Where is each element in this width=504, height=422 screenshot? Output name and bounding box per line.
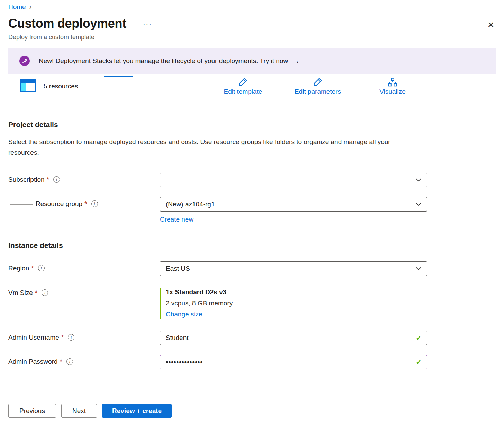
edit-parameters-button[interactable]: Edit parameters (295, 77, 341, 96)
project-details-description: Select the subscription to manage deploy… (8, 136, 410, 158)
vm-size-row: Vm Size * i 1x Standard D2s v3 2 vcpus, … (8, 288, 496, 319)
region-row: Region * i East US (8, 261, 496, 276)
edit-parameters-label: Edit parameters (295, 88, 341, 95)
required-marker: * (60, 358, 62, 366)
admin-password-label-group: Admin Password * i (8, 355, 160, 366)
region-dropdown[interactable]: East US (160, 261, 427, 276)
region-label: Region (8, 264, 29, 272)
resource-group-dropdown[interactable]: (New) az104-rg1 (160, 197, 427, 212)
info-icon[interactable]: i (91, 200, 98, 207)
project-details-heading: Project details (8, 120, 496, 129)
breadcrumb-home-link[interactable]: Home (8, 3, 26, 11)
vm-size-label-group: Vm Size * i (8, 288, 160, 297)
title-row: Custom deployment ··· (8, 16, 496, 31)
visualize-button[interactable]: Visualize (379, 77, 406, 96)
resources-count: 5 resources (44, 82, 78, 90)
template-bar: 5 resources Edit template Edit parameter… (8, 76, 496, 102)
template-icon (20, 79, 36, 93)
page-title: Custom deployment (8, 16, 126, 31)
admin-username-label: Admin Username (8, 334, 59, 341)
close-icon[interactable]: ✕ (487, 21, 494, 29)
project-details-form: Subscription * i Resource group * i (8, 173, 496, 223)
vm-size-summary: 1x Standard D2s v3 2 vcpus, 8 GB memory … (160, 288, 427, 319)
vm-size-label: Vm Size (8, 289, 33, 297)
required-marker: * (61, 334, 64, 341)
resource-group-label: Resource group (36, 200, 82, 208)
change-size-link[interactable]: Change size (166, 311, 202, 318)
resource-group-value: (New) az104-rg1 (166, 200, 215, 208)
edit-template-button[interactable]: Edit template (224, 77, 262, 96)
hierarchy-connector (10, 189, 33, 205)
info-icon[interactable]: i (68, 334, 74, 341)
admin-password-label: Admin Password (8, 358, 58, 366)
subscription-label-group: Subscription * i (8, 173, 160, 183)
required-marker: * (47, 176, 49, 183)
banner-message: New! Deployment Stacks let you manage th… (39, 57, 288, 65)
required-marker: * (84, 200, 87, 208)
custom-deployment-page: Home › Custom deployment ··· ✕ Deploy fr… (0, 0, 504, 422)
admin-username-input[interactable] (160, 331, 427, 345)
info-icon[interactable]: i (42, 289, 48, 296)
instance-details-heading: Instance details (8, 241, 496, 250)
subscription-row: Subscription * i (8, 173, 496, 187)
more-menu-button[interactable]: ··· (143, 20, 152, 28)
vm-size-name: 1x Standard D2s v3 (166, 288, 427, 296)
breadcrumb: Home › (8, 3, 496, 11)
admin-password-input[interactable] (160, 355, 427, 369)
deployment-stacks-banner[interactable]: New! Deployment Stacks let you manage th… (8, 48, 496, 74)
rocket-icon (19, 56, 30, 66)
required-marker: * (35, 289, 37, 297)
info-icon[interactable]: i (38, 265, 45, 271)
subscription-label: Subscription (8, 176, 45, 183)
chevron-down-icon (416, 203, 421, 206)
required-marker: * (31, 264, 34, 272)
edit-template-label: Edit template (224, 88, 262, 95)
region-value: East US (166, 265, 190, 272)
info-icon[interactable]: i (66, 358, 73, 365)
cropped-link-fragment (104, 76, 133, 77)
create-new-link[interactable]: Create new (160, 216, 194, 223)
page-subtitle: Deploy from a custom template (8, 34, 496, 41)
admin-username-row: Admin Username * i ✓ (8, 331, 496, 345)
arrow-right-icon: → (292, 56, 300, 65)
review-create-button[interactable]: Review + create (102, 404, 172, 418)
breadcrumb-chevron-icon: › (29, 3, 32, 11)
flowchart-icon (379, 77, 406, 88)
resource-group-row: Resource group * i (New) az104-rg1 Creat… (8, 197, 496, 223)
admin-username-label-group: Admin Username * i (8, 331, 160, 341)
visualize-label: Visualize (379, 88, 406, 95)
wizard-footer: Previous Next Review + create (8, 404, 172, 418)
chevron-down-icon (416, 178, 421, 182)
pencil-icon (224, 77, 262, 88)
region-label-group: Region * i (8, 261, 160, 272)
admin-password-row: Admin Password * i ✓ (8, 355, 496, 369)
previous-button[interactable]: Previous (8, 404, 56, 418)
template-summary: 5 resources (20, 79, 78, 93)
pencil-icon (295, 77, 341, 88)
subscription-dropdown[interactable] (160, 173, 427, 187)
vm-size-specs: 2 vcpus, 8 GB memory (166, 299, 427, 307)
info-icon[interactable]: i (53, 176, 60, 183)
next-button[interactable]: Next (61, 404, 97, 418)
chevron-down-icon (416, 267, 421, 270)
